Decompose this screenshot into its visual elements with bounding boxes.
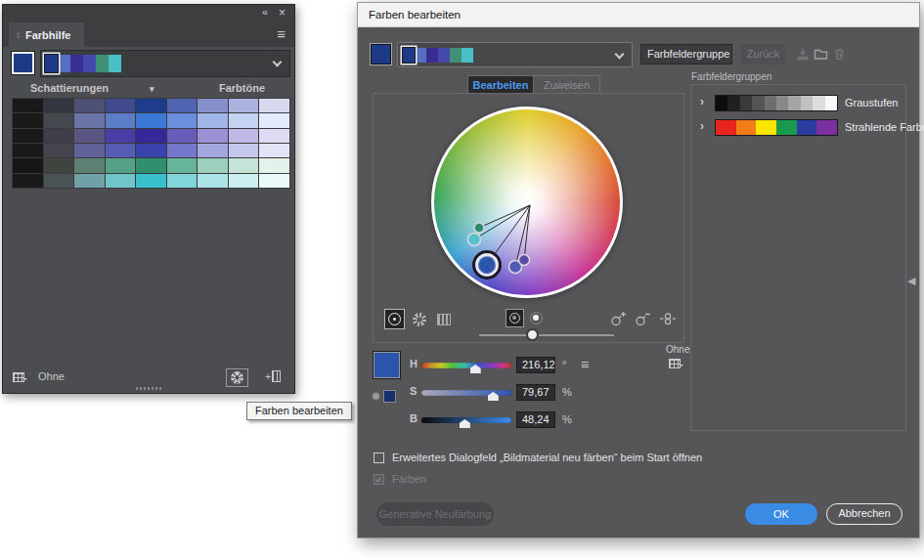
harmony-dropdown[interactable] bbox=[397, 42, 633, 67]
variation-cell[interactable] bbox=[106, 113, 136, 127]
back-button[interactable]: Zurück bbox=[741, 44, 785, 65]
variation-cell[interactable] bbox=[136, 144, 166, 157]
harmony-rule-strip[interactable] bbox=[40, 50, 290, 77]
expand-group-icon[interactable]: › bbox=[700, 119, 704, 133]
variation-cell[interactable] bbox=[167, 129, 198, 143]
wheel-color-marker[interactable] bbox=[474, 223, 484, 233]
variation-cell[interactable] bbox=[259, 144, 289, 157]
variation-cell[interactable] bbox=[74, 144, 105, 157]
variation-cell[interactable] bbox=[13, 99, 43, 112]
variation-cell[interactable] bbox=[229, 158, 259, 172]
variation-cell[interactable] bbox=[167, 158, 198, 172]
variation-cell[interactable] bbox=[167, 174, 198, 188]
variation-cell[interactable] bbox=[136, 129, 166, 143]
link-harmony-colors-icon[interactable] bbox=[659, 311, 677, 327]
swatch-group-row[interactable]: › Strahlende Farben bbox=[691, 116, 905, 140]
folder-icon[interactable] bbox=[814, 47, 828, 61]
panel-resize-grip[interactable] bbox=[136, 387, 163, 390]
remove-color-icon[interactable] bbox=[635, 311, 651, 327]
smooth-wheel-button[interactable] bbox=[384, 309, 405, 329]
limit-swatch-library-icon[interactable] bbox=[669, 359, 681, 368]
swatch-group-row[interactable]: › Graustufen bbox=[691, 92, 905, 115]
variation-cell[interactable] bbox=[229, 174, 259, 188]
harmony-swatch[interactable] bbox=[96, 55, 109, 72]
show-brightness-button[interactable] bbox=[527, 309, 546, 327]
harmony-swatch[interactable] bbox=[438, 48, 450, 63]
save-group-icon[interactable] bbox=[796, 47, 810, 61]
variation-cell[interactable] bbox=[259, 129, 289, 143]
tab-farbhilfe[interactable]: ↕ Farbhilfe bbox=[9, 22, 84, 47]
harmony-swatch[interactable] bbox=[415, 48, 426, 63]
trash-icon[interactable] bbox=[833, 47, 846, 61]
variation-cell[interactable] bbox=[198, 158, 228, 172]
variation-cell[interactable] bbox=[106, 144, 136, 157]
variation-cell[interactable] bbox=[44, 158, 74, 172]
collapse-panel-icon[interactable]: « bbox=[262, 6, 267, 18]
base-color-swatch[interactable] bbox=[12, 52, 34, 74]
wheel-brightness-slider-track[interactable] bbox=[479, 334, 614, 336]
harmony-swatch[interactable] bbox=[426, 48, 438, 63]
tint-checkbox[interactable]: ✓ bbox=[374, 474, 384, 485]
color-mode-menu-icon[interactable]: ≡ bbox=[581, 357, 589, 372]
advanced-dialog-checkbox[interactable] bbox=[374, 452, 384, 463]
show-saturation-button[interactable] bbox=[506, 309, 524, 327]
add-color-icon[interactable] bbox=[610, 311, 627, 327]
variation-cell[interactable] bbox=[74, 158, 105, 172]
wheel-color-marker[interactable] bbox=[519, 255, 530, 266]
cancel-button[interactable]: Abbrechen bbox=[826, 503, 902, 525]
save-to-swatches-button[interactable]: + bbox=[265, 370, 281, 382]
tab-bearbeiten[interactable]: Bearbeiten bbox=[467, 75, 534, 94]
variation-cell[interactable] bbox=[74, 99, 105, 112]
variation-cell[interactable] bbox=[44, 174, 74, 188]
variation-cell[interactable] bbox=[167, 113, 198, 127]
variation-cell[interactable] bbox=[136, 174, 166, 188]
saturation-value-input[interactable]: 79,67 bbox=[516, 384, 555, 401]
brightness-value-input[interactable]: 48,24 bbox=[516, 411, 555, 428]
generative-recolor-button[interactable]: Generative Neufärbung bbox=[376, 502, 494, 526]
ok-button[interactable]: OK bbox=[745, 503, 817, 525]
harmony-swatch[interactable] bbox=[403, 48, 415, 63]
variation-cell[interactable] bbox=[44, 99, 74, 112]
variation-cell[interactable] bbox=[13, 158, 43, 172]
segmented-wheel-button[interactable] bbox=[409, 309, 429, 329]
variation-cell[interactable] bbox=[259, 99, 289, 112]
variation-cell[interactable] bbox=[106, 174, 136, 188]
variation-cell[interactable] bbox=[198, 129, 228, 143]
variation-type-dropdown[interactable]: Schattierungen ▾ bbox=[30, 82, 162, 94]
variation-cell[interactable] bbox=[167, 144, 198, 157]
color-bars-button[interactable] bbox=[433, 309, 454, 329]
variation-cell[interactable] bbox=[106, 158, 136, 172]
dialog-titlebar[interactable]: Farben bearbeiten bbox=[358, 3, 919, 27]
variation-cell[interactable] bbox=[13, 144, 43, 157]
variation-cell[interactable] bbox=[229, 129, 259, 143]
chevron-down-icon[interactable] bbox=[273, 58, 283, 67]
variation-cell[interactable] bbox=[198, 144, 228, 157]
variation-cell[interactable] bbox=[13, 113, 43, 127]
variation-cell[interactable] bbox=[74, 129, 105, 143]
variation-cell[interactable] bbox=[44, 144, 74, 157]
color-group-name-input[interactable]: Farbfeldergruppe bbox=[640, 44, 732, 65]
variation-cell[interactable] bbox=[136, 99, 166, 112]
close-panel-icon[interactable]: × bbox=[279, 6, 286, 20]
variation-cell[interactable] bbox=[259, 158, 289, 172]
tab-zuweisen[interactable]: Zuweisen bbox=[534, 75, 600, 94]
wheel-color-marker[interactable] bbox=[468, 234, 481, 246]
variation-cell[interactable] bbox=[259, 174, 289, 188]
variation-cell[interactable] bbox=[106, 129, 136, 143]
hue-slider-track[interactable] bbox=[421, 363, 511, 368]
variation-cell[interactable] bbox=[44, 113, 74, 127]
variation-cell[interactable] bbox=[259, 113, 289, 127]
variation-cell[interactable] bbox=[74, 113, 105, 127]
variation-cell[interactable] bbox=[136, 158, 166, 172]
variation-cell[interactable] bbox=[136, 113, 166, 127]
harmony-swatch[interactable] bbox=[109, 55, 121, 72]
panel-menu-icon[interactable]: ≡ bbox=[277, 25, 286, 42]
harmony-swatch[interactable] bbox=[462, 48, 473, 63]
variation-cell[interactable] bbox=[13, 174, 43, 188]
dialog-base-color-swatch[interactable] bbox=[371, 44, 391, 65]
variation-cell[interactable] bbox=[229, 99, 259, 112]
collapse-groups-panel-icon[interactable]: ◀ bbox=[907, 275, 915, 287]
wheel-brightness-slider-handle[interactable] bbox=[526, 328, 539, 341]
harmony-swatch[interactable] bbox=[83, 55, 96, 72]
variation-cell[interactable] bbox=[198, 113, 228, 127]
